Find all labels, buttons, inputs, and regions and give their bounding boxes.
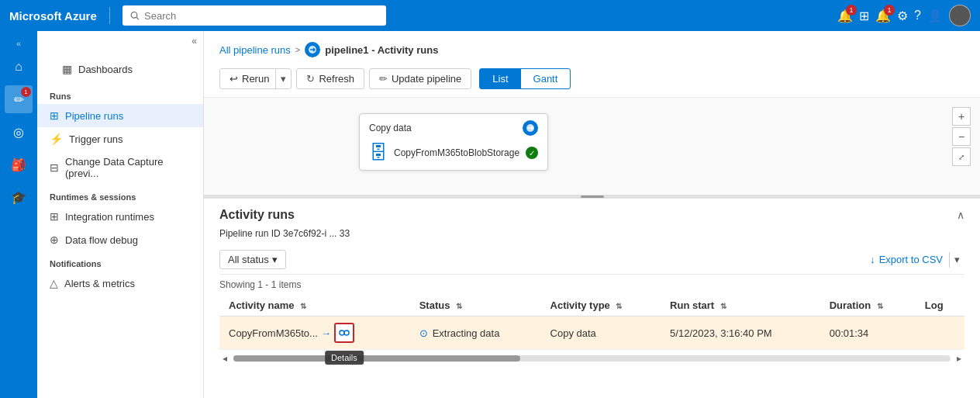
refresh-button[interactable]: ↻ Refresh [296,68,364,89]
svg-point-4 [340,331,344,335]
node-title: Copy data [369,123,412,133]
sort-icon-status[interactable]: ⇅ [456,302,462,310]
sidebar-item-edit[interactable]: ✏ 1 [5,85,33,113]
status-filter[interactable]: All status ▾ [219,250,286,269]
sidebar-expand-btn[interactable]: « [16,39,21,48]
nav-item-dashboards[interactable]: ▦ Dashboards [37,51,203,84]
settings-icon[interactable]: ⚙ [897,9,908,23]
details-button[interactable] [334,323,354,343]
download-icon: ↓ [870,254,875,265]
brand-title: Microsoft Azure [9,9,97,22]
help-icon[interactable]: ? [914,9,921,22]
sidebar-item-cdc[interactable]: ⊟ Change Data Capture (previ... [37,151,203,185]
node-header: Copy data [369,120,538,136]
update-pipeline-label: Update pipeline [392,73,461,85]
sidebar-item-trigger-runs[interactable]: ⚡ Trigger runs [37,127,203,151]
section-notifications-label: Notifications [37,251,203,272]
portal-icon[interactable]: ⊞ [859,9,869,23]
sidebar-item-dataflow-debug[interactable]: ⊕ Data flow debug [37,228,203,251]
node-body: 🗄 CopyFromM365toBlobStorage ✓ [369,142,538,164]
search-input[interactable] [144,10,378,22]
showing-items-label: Showing 1 - 1 items [219,279,964,290]
cell-duration: 00:01:34 [820,317,916,350]
dataflow-icon: ⊕ [50,234,59,246]
cdc-icon: ⊟ [50,161,59,174]
canvas-zoom-in[interactable]: + [952,107,971,126]
integration-label: Integration runtimes [65,211,154,223]
scroll-left-btn[interactable]: ◂ [219,351,230,365]
rerun-button[interactable]: ↩ Rerun ▾ [219,68,292,89]
section-runs-label: Runs [37,84,203,104]
rerun-icon: ↩ [229,73,238,85]
divider-handle [581,196,604,198]
svg-point-5 [344,331,349,335]
cell-activity-name: CopyFromM365to... → [219,317,410,350]
canvas-fit[interactable]: ⤢ [952,147,971,166]
tab-list[interactable]: List [480,69,520,88]
activity-header: Activity runs ∧ [219,208,964,222]
sort-icon-run-start[interactable]: ⇅ [720,302,726,310]
rerun-arrow[interactable]: ▾ [275,69,291,88]
nav-collapse-btn[interactable]: « [37,31,203,51]
pipeline-icon [305,42,320,57]
canvas-zoom-out[interactable]: − [952,127,971,146]
alert-bell[interactable]: 🔔 1 [875,9,891,23]
status-icon: ⊙ [419,327,428,339]
sidebar-item-integration-runtimes[interactable]: ⊞ Integration runtimes [37,205,203,228]
sidebar-item-learn[interactable]: 🎓 [5,183,33,211]
breadcrumb-parent[interactable]: All pipeline runs [219,44,291,56]
topbar-icons: 🔔 1 ⊞ 🔔 1 ⚙ ? 👤 [837,5,971,26]
dashboards-label: Dashboards [78,64,133,75]
sidebar-item-pipeline-runs[interactable]: ⊞ Pipeline runs [37,104,203,127]
sort-icon-activity[interactable]: ⇅ [300,302,306,310]
tab-gantt[interactable]: Gantt [521,69,571,88]
search-icon [130,11,140,21]
search-box[interactable] [122,5,386,26]
cell-activity-type: Copy data [541,317,661,350]
filter-bar: All status ▾ ↓ Export to CSV ▾ [219,245,964,275]
main-content: All pipeline runs > pipeline1 - Activity… [204,31,980,398]
sort-icon-type[interactable]: ⇅ [616,302,622,310]
rerun-main[interactable]: ↩ Rerun [220,69,275,88]
activity-table-container: Activity name ⇅ Status ⇅ Activity type ⇅ [219,295,964,367]
user-icon[interactable]: 👤 [927,9,943,23]
sidebar-item-monitor[interactable]: ◎ [5,118,33,146]
sidebar-item-alerts[interactable]: △ Alerts & metrics [37,272,203,295]
scroll-right-btn[interactable]: ▸ [954,351,964,365]
sidebar-item-home[interactable]: ⌂ [5,53,33,81]
activity-table: Activity name ⇅ Status ⇅ Activity type ⇅ [219,295,964,350]
notification-bell[interactable]: 🔔 1 [837,9,853,23]
notification-badge: 1 [846,5,857,16]
collapse-activity-btn[interactable]: ∧ [957,209,964,221]
pipeline-run-id-suffix: 33 [340,228,350,239]
col-run-start: Run start ⇅ [661,295,820,317]
navigate-icon[interactable]: → [321,327,331,339]
update-pipeline-button[interactable]: ✏ Update pipeline [369,68,471,89]
cell-run-start: 5/12/2023, 3:16:40 PM [661,317,820,350]
avatar[interactable] [949,5,971,26]
col-log: Log [916,295,964,317]
breadcrumb-title: pipeline1 - Activity runs [325,44,438,56]
export-arrow-btn[interactable]: ▾ [950,251,964,268]
col-log-label: Log [925,299,944,311]
col-activity-name-label: Activity name [229,299,295,311]
table-header-row: Activity name ⇅ Status ⇅ Activity type ⇅ [219,295,964,317]
export-csv-btn[interactable]: ↓ Export to CSV [864,251,949,268]
status-value: Extracting data [433,327,500,339]
col-activity-type-label: Activity type [550,299,610,311]
integration-icon: ⊞ [50,210,59,223]
glasses-icon [339,329,350,337]
alerts-icon: △ [50,277,58,289]
dashboards-link[interactable]: ▦ Dashboards [50,57,191,81]
trigger-runs-label: Trigger runs [69,133,123,145]
icon-sidebar: « ⌂ ✏ 1 ◎ 🎒 🎓 [0,31,37,398]
cell-log [916,317,964,350]
pipeline-node[interactable]: Copy data 🗄 CopyFromM365toBlobStorage ✓ [359,113,548,171]
topbar-divider [109,7,110,24]
sidebar-item-deploy[interactable]: 🎒 [5,151,33,178]
col-status-label: Status [419,299,450,311]
sort-icon-duration[interactable]: ⇅ [877,302,883,310]
canvas-divider[interactable] [204,195,980,198]
left-nav: « ▦ Dashboards Runs ⊞ Pipeline runs ⚡ Tr… [37,31,204,398]
activity-name-value: CopyFromM365to... [229,327,318,339]
